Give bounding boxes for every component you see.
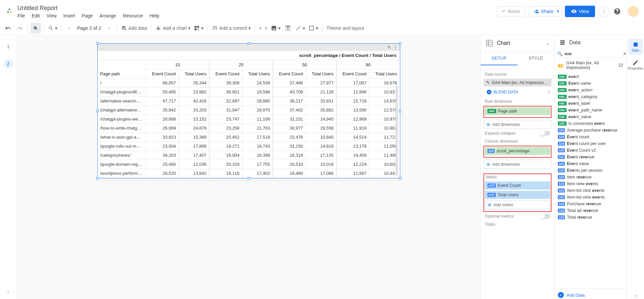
prev-page-button[interactable]: ← bbox=[64, 23, 75, 33]
table-row[interactable]: /alternative-search-e…47,71742,41632,697… bbox=[98, 96, 400, 105]
embed-button[interactable]: < > bbox=[258, 23, 269, 33]
menu-insert[interactable]: Insert bbox=[63, 13, 75, 18]
data-source-row[interactable]: ▮◧GA4 Main [ex. Ad Impressions] 22 bbox=[554, 58, 627, 73]
clear-search-icon[interactable]: ✕ bbox=[623, 51, 627, 56]
expand-toggle[interactable] bbox=[540, 131, 550, 136]
menu-file[interactable]: File bbox=[17, 13, 25, 18]
table-row[interactable]: /chatgpt-alternatives…35,84233,20331,047… bbox=[98, 105, 400, 115]
line-button[interactable]: ▾ bbox=[294, 23, 306, 33]
menu-edit[interactable]: Edit bbox=[32, 13, 40, 18]
column-dimension-chip[interactable]: 123scroll_percentage bbox=[485, 147, 550, 155]
chevron-down-icon[interactable]: ⌄ bbox=[546, 41, 549, 46]
table-row[interactable]: /66,85735,34439,30624,53637,46827,97717,… bbox=[98, 78, 400, 87]
row-dimension-chip[interactable]: ABCPage path bbox=[485, 107, 550, 115]
share-dropdown[interactable]: ▾ bbox=[555, 6, 562, 16]
text-button[interactable] bbox=[283, 23, 293, 33]
undo-icon bbox=[5, 25, 11, 31]
add-chart-dropdown[interactable]: Add a chart ▾ bbox=[154, 23, 192, 33]
field-item[interactable]: 123Event revenue bbox=[557, 154, 625, 160]
image-button[interactable]: ▾ bbox=[270, 23, 282, 33]
table-chart-icon bbox=[485, 39, 493, 47]
view-button[interactable]: View bbox=[565, 6, 595, 17]
theme-button[interactable]: Theme and layout bbox=[325, 23, 365, 33]
field-item[interactable]: 123Purchase revenue bbox=[557, 201, 625, 207]
add-control-dropdown[interactable]: Add a control ▾ bbox=[211, 23, 252, 33]
field-item[interactable]: ABCEvent name bbox=[557, 80, 625, 87]
add-data-button[interactable]: Add data bbox=[120, 23, 149, 33]
page-thumb-1[interactable]: 1 bbox=[4, 42, 13, 51]
optional-metrics-toggle[interactable] bbox=[540, 214, 550, 219]
table-row[interactable]: /what-is-auto-gpt-and…33,82315,38920,452… bbox=[98, 133, 400, 142]
help-button[interactable] bbox=[612, 7, 622, 16]
tab-setup[interactable]: SETUP bbox=[481, 52, 518, 65]
field-item[interactable]: ABCevent_action bbox=[557, 87, 625, 93]
menu-arrange[interactable]: Arrange bbox=[100, 13, 116, 18]
field-item[interactable]: 123Item view events bbox=[557, 180, 625, 187]
field-item[interactable]: ABCevent bbox=[557, 73, 625, 80]
field-item[interactable]: 123Event count per user bbox=[557, 140, 625, 147]
field-item[interactable]: 123Item-list click events bbox=[557, 187, 625, 194]
metric-chip-2[interactable]: AUTTotal Users bbox=[485, 191, 550, 199]
field-item[interactable]: ABCevent_path_name bbox=[557, 107, 625, 114]
reset-button[interactable]: ↶Reset bbox=[497, 6, 525, 16]
add-data-source-button[interactable]: + Add Data bbox=[554, 288, 627, 299]
table-row[interactable]: /category/news/34,20317,40719,00416,3961… bbox=[98, 151, 400, 160]
table-row[interactable]: /google-rolls-out-mar…23,50417,86619,271… bbox=[98, 142, 400, 151]
svg-point-2 bbox=[10, 11, 12, 13]
field-item[interactable]: 123Item revenue bbox=[557, 174, 625, 180]
next-page-button[interactable]: → bbox=[103, 23, 114, 33]
menu-view[interactable]: View bbox=[47, 13, 57, 18]
menu-page[interactable]: Page bbox=[82, 13, 93, 18]
zoom-dropdown[interactable]: ▾ bbox=[47, 23, 59, 33]
field-item[interactable]: ABCevent_category bbox=[557, 93, 625, 100]
community-viz-button[interactable]: ▾ bbox=[192, 23, 205, 33]
shape-button[interactable]: ▾ bbox=[307, 23, 319, 33]
data-source-chip[interactable]: ✎GA4 Main [ex. Ad Impressio… bbox=[483, 79, 551, 86]
add-metric[interactable]: ⊕Add metric bbox=[485, 200, 550, 209]
table-row[interactable]: /wordpress-performa…28,52013,84219,11617… bbox=[98, 169, 400, 178]
collapse-rail-icon[interactable]: › bbox=[631, 290, 639, 299]
more-options-button[interactable]: ⋮ bbox=[598, 6, 609, 17]
column-dimension-highlight: 123scroll_percentage bbox=[483, 146, 551, 158]
undo-button[interactable] bbox=[3, 23, 13, 33]
rail-properties-button[interactable]: Properties bbox=[628, 57, 643, 73]
field-item[interactable]: 123Event value bbox=[557, 160, 625, 167]
field-search-input[interactable] bbox=[565, 51, 621, 56]
document-title[interactable]: Untitled Report bbox=[17, 4, 497, 12]
selected-chart[interactable]: ✎ ⋮ scroll_percentage / Event Count / To… bbox=[97, 43, 400, 178]
redo-icon bbox=[16, 25, 22, 31]
field-item[interactable]: ABCevent_label bbox=[557, 100, 625, 107]
canvas[interactable]: ✎ ⋮ scroll_percentage / Event Count / To… bbox=[17, 35, 480, 299]
chart-more-icon[interactable]: ⋮ bbox=[394, 45, 398, 50]
field-item[interactable]: 123Item-list view events bbox=[557, 194, 625, 201]
field-item[interactable]: ABCIs conversion event bbox=[557, 120, 625, 127]
table-row[interactable]: /chatgpt-plugins-web…28,66813,15223,7471… bbox=[98, 115, 400, 124]
field-item[interactable]: 123Event count bbox=[557, 134, 625, 140]
field-item[interactable]: 123Average purchase revenue bbox=[557, 127, 625, 134]
field-item[interactable]: 123Events per session bbox=[557, 167, 625, 174]
rail-data-button[interactable]: Data bbox=[628, 39, 643, 55]
table-row[interactable]: /google-domain-regis…25,46012,03620,3191… bbox=[98, 160, 400, 169]
scrollbar[interactable] bbox=[396, 86, 398, 176]
pencil-icon[interactable]: ✎ bbox=[387, 45, 391, 50]
blend-data-button[interactable]: +BLEND DATA bbox=[485, 88, 520, 96]
menu-help[interactable]: Help bbox=[150, 13, 159, 18]
share-button[interactable]: Share bbox=[529, 6, 559, 16]
tab-style[interactable]: STYLE bbox=[518, 52, 554, 65]
help-icon[interactable]: ? bbox=[548, 90, 550, 95]
page-thumb-2[interactable]: 2 bbox=[4, 59, 13, 69]
menu-resource[interactable]: Resource bbox=[123, 13, 143, 18]
table-row[interactable]: /how-to-write-chatgpt…26,99924,67623,258… bbox=[98, 124, 400, 133]
redo-button[interactable] bbox=[14, 23, 25, 33]
add-column-dimension[interactable]: ⊕Add dimension bbox=[483, 160, 551, 169]
pointer-tool[interactable] bbox=[31, 23, 41, 33]
field-item[interactable]: 123Event Count v2 bbox=[557, 147, 625, 154]
field-item[interactable]: ABCevent_value bbox=[557, 114, 625, 120]
field-item[interactable]: 123Total revenue bbox=[557, 214, 625, 221]
expand-thumbs-icon[interactable]: › bbox=[7, 290, 9, 295]
field-item[interactable]: 123Total ad revenue bbox=[557, 207, 625, 214]
add-row-dimension[interactable]: ⊕Add dimension bbox=[483, 120, 551, 129]
user-avatar[interactable] bbox=[628, 6, 639, 17]
metric-chip-1[interactable]: AUTEvent Count bbox=[485, 181, 550, 190]
table-row[interactable]: /chatgpt-plugins/485…50,48523,98238,8011… bbox=[98, 87, 400, 96]
